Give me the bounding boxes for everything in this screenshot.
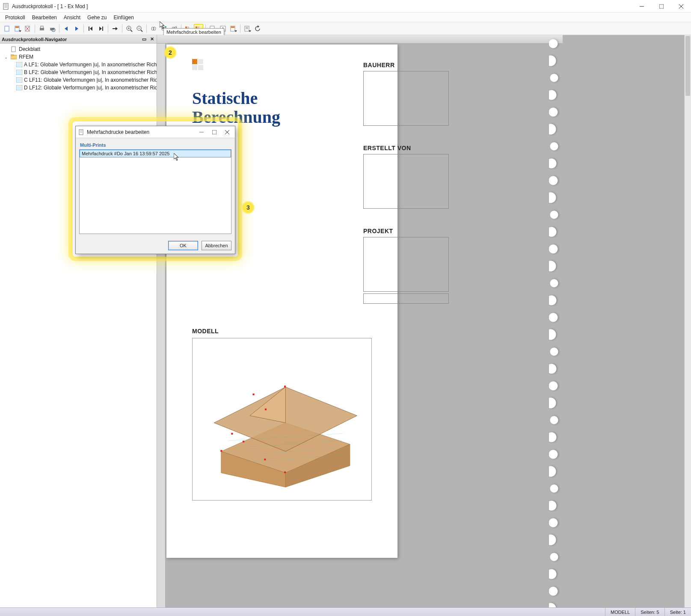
- menu-protokoll[interactable]: Protokoll: [3, 14, 28, 21]
- svg-line-27: [130, 30, 132, 32]
- svg-rect-83: [252, 394, 254, 395]
- scrollbar-thumb[interactable]: [685, 36, 690, 96]
- svg-marker-21: [90, 27, 92, 31]
- window-close-button[interactable]: [671, 0, 691, 13]
- toolbar-settings-dropdown-icon[interactable]: [243, 24, 252, 33]
- navigator-dock-icon[interactable]: ▭: [141, 36, 147, 42]
- status-pages: Seiten: 5: [635, 608, 664, 616]
- toolbar-open-dropdown-icon[interactable]: [13, 24, 22, 33]
- svg-rect-66: [17, 63, 21, 66]
- toolbar-refresh-icon[interactable]: [253, 24, 262, 33]
- box-projekt-small: [363, 293, 449, 304]
- menu-bearbeiten[interactable]: Bearbeiten: [30, 14, 59, 21]
- tree-item-deckblatt[interactable]: Deckblatt: [0, 45, 157, 53]
- navigator-title: Ausdruckprotokoll-Navigator: [2, 37, 67, 42]
- toolbar-separator: [122, 24, 122, 33]
- ok-button[interactable]: OK: [168, 241, 198, 250]
- svg-rect-46: [196, 27, 197, 28]
- svg-rect-86: [220, 450, 222, 452]
- svg-rect-84: [284, 385, 286, 387]
- toolbar-new-icon[interactable]: [3, 24, 12, 33]
- view-icon: [16, 77, 22, 83]
- tree-collapse-icon[interactable]: ⌄: [3, 55, 9, 59]
- document-icon: [10, 46, 17, 52]
- toolbar-print-icon[interactable]: [37, 24, 47, 33]
- toolbar-prev-icon[interactable]: [62, 24, 71, 33]
- toolbar-first-icon[interactable]: [86, 24, 95, 33]
- toolbar-link-1-icon[interactable]: [149, 24, 158, 33]
- navigator-header: Ausdruckprotokoll-Navigator ▭ ✕: [0, 35, 157, 44]
- tree-item-b-lf2[interactable]: B LF2: Globale Verformungen |u|, In axon…: [0, 68, 157, 76]
- box-bauherr: [363, 71, 449, 126]
- svg-marker-25: [116, 27, 118, 30]
- menu-einfuegen[interactable]: Einfügen: [111, 14, 136, 21]
- tree-item-rfem[interactable]: ⌄ RFEM: [0, 53, 157, 61]
- tree-label: RFEM: [19, 54, 33, 60]
- toolbar-last-icon[interactable]: [96, 24, 106, 33]
- view-icon: [16, 85, 22, 91]
- svg-marker-19: [75, 27, 78, 31]
- menu-gehe-zu[interactable]: Gehe zu: [85, 14, 109, 21]
- page-logo: [192, 59, 204, 71]
- callout-badge-3: 3: [243, 202, 254, 213]
- dialog-icon: [78, 129, 84, 135]
- label-projekt: PROJEKT: [363, 228, 449, 234]
- status-modell: MODELL: [605, 608, 635, 616]
- svg-rect-68: [17, 71, 21, 74]
- cancel-button[interactable]: Abbrechen: [202, 241, 231, 250]
- tree-item-a-lf1[interactable]: A LF1: Globale Verformungen |u|, In axon…: [0, 61, 157, 68]
- toolbar-separator: [83, 24, 84, 33]
- tree-label: A LF1: Globale Verformungen |u|, In axon…: [24, 62, 157, 68]
- multiprint-dialog: Mehrfachdrucke bearbeiten Multi-Prints M…: [75, 126, 235, 254]
- menu-bar: Protokoll Bearbeiten Ansicht Gehe zu Ein…: [0, 13, 691, 22]
- tree-item-c-lf11[interactable]: C LF11: Globale Verformungen |u|, In axo…: [0, 76, 157, 84]
- toolbar-header-dropdown-icon[interactable]: [228, 24, 238, 33]
- tree-item-d-lf12[interactable]: D LF12: Globale Verformungen |u|, In axo…: [0, 84, 157, 92]
- svg-rect-72: [17, 86, 21, 89]
- toolbar-print-preview-icon[interactable]: [47, 24, 57, 33]
- tree-label: D LF12: Globale Verformungen |u|, In axo…: [24, 85, 157, 91]
- svg-point-37: [165, 26, 166, 28]
- toolbar-delete-icon[interactable]: [23, 24, 33, 33]
- toolbar-next-icon[interactable]: [72, 24, 81, 33]
- callout-badge-2: 2: [165, 47, 176, 58]
- box-projekt: [363, 237, 449, 292]
- svg-rect-88: [243, 441, 244, 442]
- svg-rect-64: [11, 54, 13, 56]
- box-modell: [192, 338, 372, 500]
- window-titlebar: Ausdruckprotokoll - [ 1 - Ex Mod ]: [0, 0, 691, 13]
- window-minimize-button[interactable]: [632, 0, 652, 13]
- toolbar-goto-icon[interactable]: [110, 24, 120, 33]
- svg-rect-62: [12, 47, 15, 52]
- svg-rect-15: [41, 26, 43, 28]
- toolbar-separator: [240, 24, 240, 33]
- navigator-close-icon[interactable]: ✕: [149, 36, 155, 42]
- svg-point-34: [153, 27, 156, 30]
- list-item[interactable]: Mehrfachdruck #Do Jan 16 13:59:57 2025: [80, 150, 231, 157]
- tree-label: Deckblatt: [19, 46, 40, 52]
- dialog-listbox[interactable]: Mehrfachdruck #Do Jan 16 13:59:57 2025: [79, 149, 231, 234]
- scrollbar-vertical[interactable]: [684, 35, 691, 607]
- label-erstellt: ERSTELLT VON: [363, 145, 449, 151]
- toolbar-separator: [146, 24, 147, 33]
- svg-rect-5: [659, 4, 664, 9]
- svg-rect-0: [3, 3, 8, 9]
- page-heading: Statische Berechnung: [192, 89, 372, 127]
- svg-rect-87: [284, 471, 286, 473]
- svg-marker-61: [258, 25, 259, 28]
- menu-ansicht[interactable]: Ansicht: [61, 14, 83, 21]
- toolbar-zoom-out-icon[interactable]: [135, 24, 144, 33]
- toolbar-separator: [59, 24, 59, 33]
- dialog-group-label: Multi-Prints: [79, 142, 231, 148]
- navigator-panel: Ausdruckprotokoll-Navigator ▭ ✕ Deckblat…: [0, 35, 157, 607]
- dialog-minimize-button[interactable]: [196, 127, 208, 137]
- window-maximize-button[interactable]: [652, 0, 671, 13]
- box-erstellt: [363, 154, 449, 209]
- dialog-maximize-button[interactable]: [208, 127, 220, 137]
- dialog-close-button[interactable]: [221, 127, 233, 137]
- svg-rect-42: [187, 27, 189, 28]
- svg-line-31: [141, 30, 142, 32]
- svg-marker-22: [99, 27, 102, 31]
- svg-rect-89: [264, 459, 266, 460]
- toolbar-zoom-in-icon[interactable]: [125, 24, 134, 33]
